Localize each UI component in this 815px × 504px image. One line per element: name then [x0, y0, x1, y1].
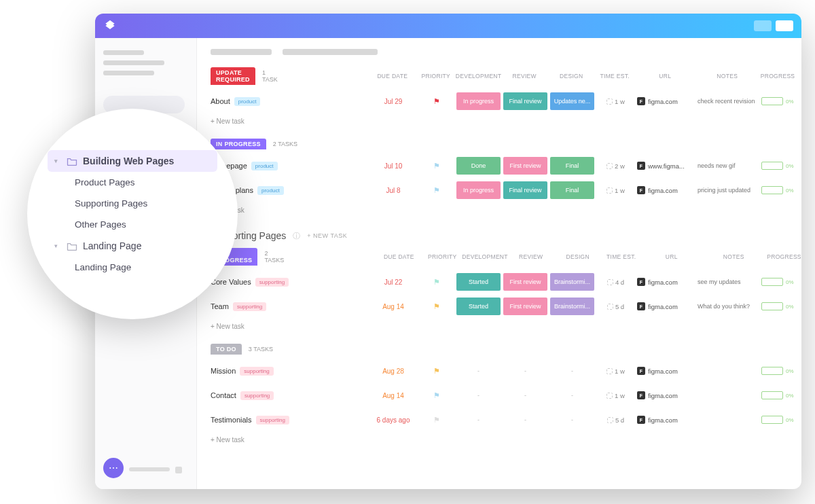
task-progress[interactable]: 0% — [761, 391, 795, 399]
priority-flag-icon[interactable]: ⚑ — [420, 97, 454, 106]
stage-design[interactable]: Brainstormi... — [550, 273, 594, 291]
stage-review[interactable]: Final review — [503, 181, 547, 199]
stage-review[interactable]: - — [503, 362, 547, 380]
nav-building-web-pages[interactable]: ▾ Building Web Pages — [48, 150, 217, 172]
task-progress[interactable]: 0% — [761, 367, 795, 375]
task-url[interactable]: Fwww.figma... — [637, 162, 695, 170]
info-icon[interactable]: ⓘ — [293, 231, 300, 241]
stage-review[interactable]: - — [503, 411, 547, 429]
new-task-button[interactable]: + NEW TASK — [307, 232, 347, 239]
stage-development[interactable]: Started — [456, 298, 501, 315]
time-estimate[interactable]: 2 w — [597, 162, 634, 170]
task-due[interactable]: 6 days ago — [369, 416, 417, 424]
task-due[interactable]: Jul 8 — [369, 187, 417, 194]
new-task-button[interactable]: + New task — [211, 113, 788, 129]
time-estimate[interactable]: 1 w — [597, 187, 634, 194]
new-task-button[interactable]: + New task — [211, 202, 788, 218]
task-url[interactable]: Ffigma.com — [637, 97, 695, 105]
task-tag[interactable]: product — [234, 97, 261, 106]
task-url[interactable]: Ffigma.com — [637, 302, 695, 310]
chat-button[interactable]: ⋯ — [103, 458, 124, 478]
stage-review[interactable]: Final review — [503, 92, 547, 110]
task-progress[interactable]: 0% — [761, 97, 795, 105]
nav-landing-page[interactable]: Landing Page — [48, 257, 217, 278]
task-due[interactable]: Aug 14 — [369, 392, 417, 399]
task-row[interactable]: Testimonialssupporting 6 days ago ⚑ - - … — [211, 408, 788, 432]
stage-design[interactable]: Updates ne... — [550, 92, 594, 110]
nav-other-pages[interactable]: Other Pages — [48, 214, 217, 235]
time-estimate[interactable]: 1 w — [597, 367, 634, 375]
stage-design[interactable]: - — [550, 386, 594, 404]
task-row[interactable]: Contactsupporting Aug 14 ⚑ - - - 1 w Ffi… — [211, 383, 788, 408]
new-task-button[interactable]: + New task — [211, 432, 788, 448]
task-url[interactable]: Ffigma.com — [637, 416, 695, 424]
stage-development[interactable]: In progress — [456, 92, 501, 110]
time-estimate[interactable]: 5 d — [597, 416, 634, 424]
task-tag[interactable]: supporting — [240, 391, 274, 400]
task-due[interactable]: Aug 28 — [369, 367, 417, 375]
window-maximize-button[interactable] — [776, 20, 793, 31]
stage-design[interactable]: Final — [550, 157, 594, 175]
status-pill[interactable]: TO DO — [211, 344, 242, 355]
task-due[interactable]: Jul 10 — [369, 162, 417, 170]
stage-development[interactable]: - — [456, 411, 501, 429]
priority-flag-icon[interactable]: ⚑ — [420, 416, 454, 425]
task-row[interactable]: Homepageproduct Jul 10 ⚑ Done First revi… — [211, 154, 788, 178]
task-tag[interactable]: supporting — [233, 302, 266, 311]
task-progress[interactable]: 0% — [761, 302, 795, 310]
nav-product-pages[interactable]: Product Pages — [48, 172, 217, 193]
task-notes[interactable]: needs new gif — [698, 162, 759, 170]
status-pill[interactable]: IN PROGRESS — [211, 139, 266, 149]
stage-review[interactable]: First review — [503, 273, 547, 291]
task-url[interactable]: Ffigma.com — [637, 278, 695, 286]
stage-review[interactable]: First review — [503, 298, 547, 315]
task-row[interactable]: Pricing plansproduct Jul 8 ⚑ In progress… — [211, 178, 788, 202]
task-row[interactable]: Teamsupporting Aug 14 ⚑ Started First re… — [211, 294, 788, 319]
window-minimize-button[interactable] — [754, 20, 772, 31]
task-notes[interactable]: What do you think? — [698, 303, 759, 310]
time-estimate[interactable]: 1 w — [597, 98, 634, 105]
priority-flag-icon[interactable]: ⚑ — [420, 278, 454, 287]
priority-flag-icon[interactable]: ⚑ — [420, 367, 454, 376]
stage-development[interactable]: Started — [456, 273, 501, 291]
stage-development[interactable]: - — [456, 386, 501, 404]
time-estimate[interactable]: 1 w — [597, 392, 634, 399]
task-tag[interactable]: supporting — [255, 278, 289, 287]
stage-development[interactable]: - — [456, 362, 501, 380]
stage-design[interactable]: Final — [550, 181, 594, 199]
task-progress[interactable]: 0% — [761, 416, 795, 424]
stage-development[interactable]: Done — [456, 157, 501, 175]
priority-flag-icon[interactable]: ⚑ — [420, 391, 454, 400]
stage-design[interactable]: - — [550, 411, 594, 429]
new-task-button[interactable]: + New task — [211, 319, 788, 334]
task-notes[interactable]: check recent revision — [698, 98, 759, 105]
task-notes[interactable]: see my updates — [698, 278, 759, 286]
stage-design[interactable]: - — [550, 362, 594, 380]
task-tag[interactable]: supporting — [240, 367, 273, 376]
priority-flag-icon[interactable]: ⚑ — [420, 162, 454, 170]
nav-landing-page-folder[interactable]: ▾ Landing Page — [48, 235, 217, 257]
status-pill[interactable]: UPDATE REQUIRED — [211, 67, 255, 85]
nav-supporting-pages[interactable]: Supporting Pages — [48, 193, 217, 214]
task-row[interactable]: Missionsupporting Aug 28 ⚑ - - - 1 w Ffi… — [211, 359, 788, 383]
task-due[interactable]: Aug 14 — [369, 303, 417, 310]
task-url[interactable]: Ffigma.com — [637, 367, 695, 375]
time-estimate[interactable]: 4 d — [597, 278, 634, 286]
task-tag[interactable]: product — [251, 162, 278, 170]
time-estimate[interactable]: 5 d — [597, 303, 634, 310]
task-due[interactable]: Jul 22 — [369, 278, 417, 286]
task-row[interactable]: Core Valuessupporting Jul 22 ⚑ Started F… — [211, 270, 788, 294]
task-url[interactable]: Ffigma.com — [637, 186, 695, 194]
stage-development[interactable]: In progress — [456, 181, 501, 199]
task-tag[interactable]: supporting — [256, 416, 289, 425]
task-progress[interactable]: 0% — [761, 186, 795, 194]
stage-design[interactable]: Brainstormi... — [550, 298, 594, 315]
stage-review[interactable]: - — [503, 386, 547, 404]
task-due[interactable]: Jul 29 — [369, 98, 417, 105]
stage-review[interactable]: First review — [503, 157, 547, 175]
task-notes[interactable]: pricing just updated — [698, 187, 759, 194]
task-progress[interactable]: 0% — [761, 162, 795, 170]
task-progress[interactable]: 0% — [761, 278, 795, 286]
task-url[interactable]: Ffigma.com — [637, 391, 695, 399]
task-tag[interactable]: product — [257, 186, 284, 195]
